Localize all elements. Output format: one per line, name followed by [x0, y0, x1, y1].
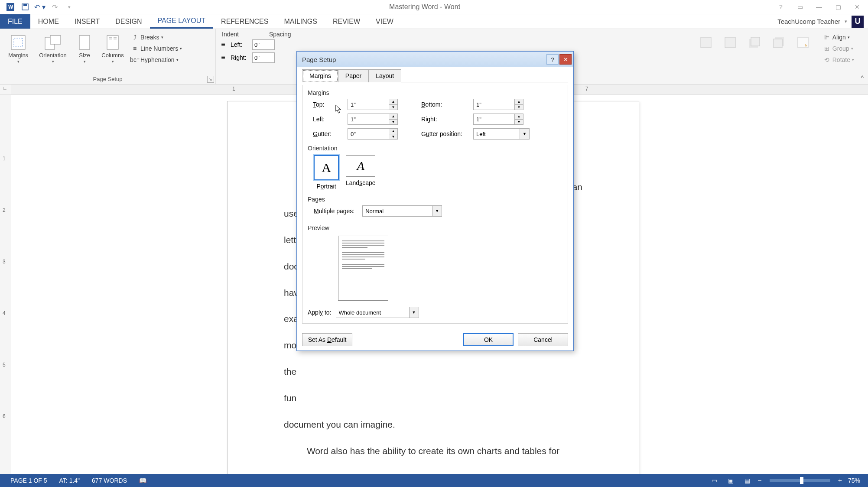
spinner-up-icon[interactable]: ▲ [389, 114, 397, 120]
right-margin-spinner[interactable]: ▲▼ [473, 114, 530, 125]
read-mode-icon[interactable]: ▭ [706, 475, 722, 486]
section-orientation-label: Orientation [308, 145, 562, 152]
dialog-help-icon[interactable]: ? [546, 54, 559, 65]
breaks-icon: ⤴ [131, 33, 139, 41]
dialog-panel: Margins Top: ▲▼ Bottom: ▲▼ Left: ▲▼ Righ… [302, 85, 568, 324]
breaks-button[interactable]: ⤴Breaks ▾ [129, 32, 184, 42]
multipages-select[interactable]: Normal▼ [362, 205, 442, 217]
ruler-v-mark: 1 [3, 156, 6, 162]
hyphenation-button[interactable]: bc⁻Hyphenation ▾ [129, 55, 184, 65]
ruler-v-mark: 2 [3, 207, 6, 213]
spinner-up-icon[interactable]: ▲ [389, 129, 397, 134]
word-icon[interactable]: W [4, 2, 16, 12]
apply-to-select[interactable]: Whole document▼ [336, 307, 419, 318]
top-margin-input[interactable] [348, 99, 389, 110]
minimize-icon[interactable]: — [813, 2, 826, 12]
redo-icon[interactable]: ↷ [49, 2, 61, 12]
indent-right-input[interactable] [252, 52, 275, 63]
tab-insert[interactable]: INSERT [67, 14, 107, 29]
web-layout-icon[interactable]: ▤ [739, 475, 755, 486]
ribbon-display-icon[interactable]: ▭ [793, 2, 806, 12]
gutter-pos-value: Left [474, 131, 520, 137]
group-button: ⊞Group ▾ [821, 44, 856, 53]
size-button[interactable]: Size ▾ [73, 31, 96, 64]
top-margin-spinner[interactable]: ▲▼ [348, 99, 404, 110]
zoom-slider[interactable] [770, 479, 830, 482]
ok-button[interactable]: OK [463, 333, 514, 346]
set-default-button[interactable]: Set As Default [302, 333, 352, 346]
dialog-tab-paper[interactable]: Paper [338, 69, 369, 82]
tab-design[interactable]: DESIGN [107, 14, 150, 29]
status-bar: PAGE 1 OF 5 AT: 1.4" 677 WORDS 📖 ▭ ▣ ▤ −… [0, 474, 868, 487]
dropdown-icon[interactable]: ▼ [432, 206, 442, 216]
status-views: ▭ ▣ ▤ [706, 475, 755, 486]
save-icon[interactable] [19, 2, 31, 12]
dropdown-icon[interactable]: ▼ [520, 129, 529, 139]
zoom-out-button[interactable]: − [755, 477, 764, 484]
gutter-spinner[interactable]: ▲▼ [348, 128, 404, 140]
orientation-label: Orientation [39, 52, 67, 58]
status-at[interactable]: AT: 1.4" [53, 477, 86, 484]
bottom-margin-input[interactable] [473, 99, 515, 110]
user-dropdown-icon[interactable]: ▾ [845, 19, 847, 24]
status-page[interactable]: PAGE 1 OF 5 [4, 477, 53, 484]
spinner-down-icon[interactable]: ▼ [389, 120, 397, 125]
print-layout-icon[interactable]: ▣ [723, 475, 738, 486]
tab-home[interactable]: HOME [30, 14, 67, 29]
right-margin-label: Right: [421, 116, 473, 123]
user-area[interactable]: TeachUcomp Teacher ▾ U [777, 14, 868, 29]
tab-mailings[interactable]: MAILINGS [276, 14, 325, 29]
dialog-titlebar[interactable]: Page Setup ? ✕ [297, 52, 573, 67]
spinner-up-icon[interactable]: ▲ [389, 99, 397, 105]
left-margin-spinner[interactable]: ▲▼ [348, 114, 404, 125]
undo-icon[interactable]: ↶ ▾ [34, 2, 46, 12]
spinner-down-icon[interactable]: ▼ [389, 134, 397, 140]
spinner-down-icon[interactable]: ▼ [389, 105, 397, 110]
doc-text: fun [284, 385, 582, 412]
collapse-ribbon-icon[interactable]: ^ [861, 75, 864, 81]
align-button[interactable]: ⊫Align ▾ [821, 32, 856, 42]
status-proofing-icon[interactable]: 📖 [133, 477, 153, 484]
portrait-button[interactable]: A Portrait [314, 155, 339, 190]
columns-button[interactable]: Columns ▾ [99, 31, 127, 64]
qat-customize-icon[interactable]: ▾ [63, 2, 75, 12]
landscape-button[interactable]: A Landscape [346, 155, 376, 190]
spinner-down-icon[interactable]: ▼ [515, 120, 523, 125]
maximize-icon[interactable]: ▢ [832, 2, 845, 12]
help-icon[interactable]: ? [774, 2, 787, 12]
orientation-button[interactable]: Orientation ▾ [36, 31, 70, 64]
gutter-label: Gutter: [313, 130, 348, 137]
spinner-up-icon[interactable]: ▲ [515, 114, 523, 120]
zoom-in-button[interactable]: + [835, 477, 845, 484]
close-icon[interactable]: ✕ [851, 2, 864, 12]
zoom-percent[interactable]: 75% [845, 477, 864, 484]
window-title: Mastering Word - Word [75, 3, 774, 11]
margins-icon [9, 33, 27, 52]
dialog-close-icon[interactable]: ✕ [559, 54, 572, 65]
gutter-pos-select[interactable]: Left▼ [473, 128, 530, 140]
indent-left-input[interactable] [252, 39, 275, 50]
tab-review[interactable]: REVIEW [325, 14, 368, 29]
portrait-icon: A [314, 155, 339, 180]
status-words[interactable]: 677 WORDS [86, 477, 133, 484]
dropdown-icon[interactable]: ▼ [409, 307, 419, 318]
page-setup-launcher[interactable]: ↘ [207, 76, 214, 83]
dialog-tab-layout[interactable]: Layout [368, 69, 401, 82]
gutter-input[interactable] [348, 128, 389, 140]
tab-page-layout[interactable]: PAGE LAYOUT [150, 14, 214, 29]
section-preview-label: Preview [308, 224, 562, 231]
vertical-ruler[interactable]: 1 2 3 4 5 6 [0, 95, 11, 474]
left-margin-input[interactable] [348, 114, 389, 125]
dialog-tab-margins[interactable]: Margins [302, 69, 338, 82]
cancel-button[interactable]: Cancel [518, 333, 568, 346]
line-numbers-button[interactable]: ≡Line Numbers ▾ [129, 44, 184, 53]
spinner-down-icon[interactable]: ▼ [515, 105, 523, 110]
right-margin-input[interactable] [473, 114, 515, 125]
bottom-margin-spinner[interactable]: ▲▼ [473, 99, 530, 110]
tab-references[interactable]: REFERENCES [213, 14, 276, 29]
indent-right-label: Right: [231, 54, 249, 61]
margins-button[interactable]: Margins ▾ [3, 31, 33, 64]
tab-file[interactable]: FILE [0, 14, 30, 29]
tab-view[interactable]: VIEW [368, 14, 401, 29]
spinner-up-icon[interactable]: ▲ [515, 99, 523, 105]
